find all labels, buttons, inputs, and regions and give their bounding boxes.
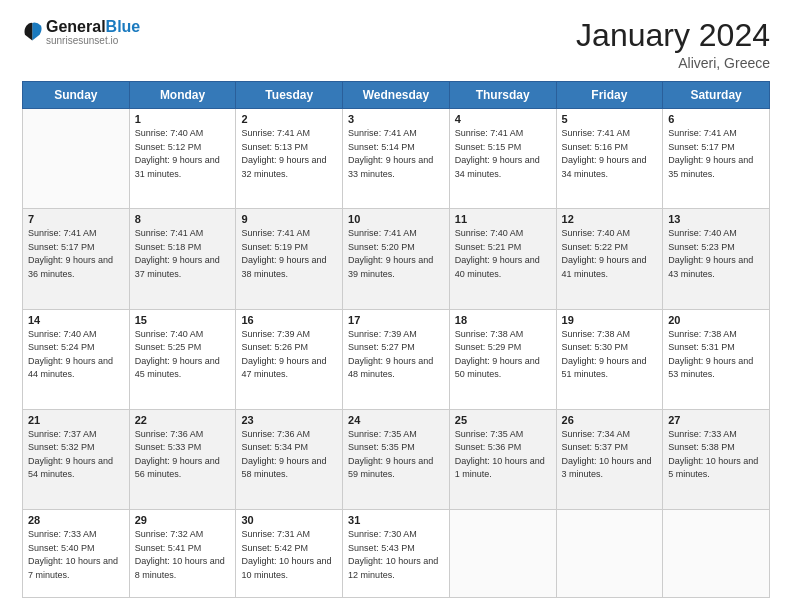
daylight-text: Daylight: 9 hours and 33 minutes. [348,154,444,181]
sunset-text: Sunset: 5:17 PM [28,241,124,255]
daylight-text: Daylight: 9 hours and 44 minutes. [28,355,124,382]
day-number: 24 [348,414,444,426]
sunset-text: Sunset: 5:13 PM [241,141,337,155]
calendar-week-row: 1 Sunrise: 7:40 AM Sunset: 5:12 PM Dayli… [23,109,770,209]
sunset-text: Sunset: 5:34 PM [241,441,337,455]
table-row: 29 Sunrise: 7:32 AM Sunset: 5:41 PM Dayl… [129,510,236,598]
day-info: Sunrise: 7:35 AM Sunset: 5:35 PM Dayligh… [348,428,444,482]
calendar-week-row: 14 Sunrise: 7:40 AM Sunset: 5:24 PM Dayl… [23,309,770,409]
table-row: 16 Sunrise: 7:39 AM Sunset: 5:26 PM Dayl… [236,309,343,409]
day-info: Sunrise: 7:41 AM Sunset: 5:18 PM Dayligh… [135,227,231,281]
table-row: 1 Sunrise: 7:40 AM Sunset: 5:12 PM Dayli… [129,109,236,209]
calendar-week-row: 7 Sunrise: 7:41 AM Sunset: 5:17 PM Dayli… [23,209,770,309]
day-number: 11 [455,213,551,225]
sunrise-text: Sunrise: 7:41 AM [135,227,231,241]
day-number: 30 [241,514,337,526]
table-row: 21 Sunrise: 7:37 AM Sunset: 5:32 PM Dayl… [23,409,130,509]
daylight-text: Daylight: 9 hours and 58 minutes. [241,455,337,482]
daylight-text: Daylight: 9 hours and 40 minutes. [455,254,551,281]
day-info: Sunrise: 7:41 AM Sunset: 5:19 PM Dayligh… [241,227,337,281]
sunrise-text: Sunrise: 7:41 AM [562,127,658,141]
sunrise-text: Sunrise: 7:41 AM [455,127,551,141]
table-row: 30 Sunrise: 7:31 AM Sunset: 5:42 PM Dayl… [236,510,343,598]
sunset-text: Sunset: 5:17 PM [668,141,764,155]
header-saturday: Saturday [663,82,770,109]
day-info: Sunrise: 7:40 AM Sunset: 5:21 PM Dayligh… [455,227,551,281]
header-sunday: Sunday [23,82,130,109]
sunrise-text: Sunrise: 7:30 AM [348,528,444,542]
table-row: 15 Sunrise: 7:40 AM Sunset: 5:25 PM Dayl… [129,309,236,409]
day-number: 12 [562,213,658,225]
sunset-text: Sunset: 5:21 PM [455,241,551,255]
logo-text: GeneralBlue sunrisesunset.io [46,18,140,46]
sunset-text: Sunset: 5:38 PM [668,441,764,455]
sunset-text: Sunset: 5:36 PM [455,441,551,455]
day-info: Sunrise: 7:41 AM Sunset: 5:15 PM Dayligh… [455,127,551,181]
table-row: 26 Sunrise: 7:34 AM Sunset: 5:37 PM Dayl… [556,409,663,509]
day-info: Sunrise: 7:35 AM Sunset: 5:36 PM Dayligh… [455,428,551,482]
daylight-text: Daylight: 10 hours and 3 minutes. [562,455,658,482]
day-number: 23 [241,414,337,426]
day-number: 5 [562,113,658,125]
logo-icon [22,20,44,42]
daylight-text: Daylight: 9 hours and 50 minutes. [455,355,551,382]
daylight-text: Daylight: 9 hours and 56 minutes. [135,455,231,482]
table-row: 13 Sunrise: 7:40 AM Sunset: 5:23 PM Dayl… [663,209,770,309]
sunset-text: Sunset: 5:16 PM [562,141,658,155]
sunrise-text: Sunrise: 7:33 AM [28,528,124,542]
day-info: Sunrise: 7:38 AM Sunset: 5:31 PM Dayligh… [668,328,764,382]
day-number: 7 [28,213,124,225]
daylight-text: Daylight: 10 hours and 5 minutes. [668,455,764,482]
day-info: Sunrise: 7:36 AM Sunset: 5:34 PM Dayligh… [241,428,337,482]
day-info: Sunrise: 7:41 AM Sunset: 5:14 PM Dayligh… [348,127,444,181]
weekday-header-row: Sunday Monday Tuesday Wednesday Thursday… [23,82,770,109]
sunset-text: Sunset: 5:23 PM [668,241,764,255]
title-block: January 2024 Aliveri, Greece [576,18,770,71]
table-row: 5 Sunrise: 7:41 AM Sunset: 5:16 PM Dayli… [556,109,663,209]
table-row: 6 Sunrise: 7:41 AM Sunset: 5:17 PM Dayli… [663,109,770,209]
daylight-text: Daylight: 9 hours and 32 minutes. [241,154,337,181]
table-row [449,510,556,598]
page: GeneralBlue sunrisesunset.io January 202… [0,0,792,612]
sunset-text: Sunset: 5:18 PM [135,241,231,255]
day-info: Sunrise: 7:41 AM Sunset: 5:16 PM Dayligh… [562,127,658,181]
sunrise-text: Sunrise: 7:38 AM [455,328,551,342]
table-row: 23 Sunrise: 7:36 AM Sunset: 5:34 PM Dayl… [236,409,343,509]
day-info: Sunrise: 7:33 AM Sunset: 5:40 PM Dayligh… [28,528,124,582]
daylight-text: Daylight: 10 hours and 12 minutes. [348,555,444,582]
sunset-text: Sunset: 5:43 PM [348,542,444,556]
sunrise-text: Sunrise: 7:39 AM [348,328,444,342]
sunrise-text: Sunrise: 7:41 AM [348,227,444,241]
sunset-text: Sunset: 5:35 PM [348,441,444,455]
sunrise-text: Sunrise: 7:40 AM [28,328,124,342]
table-row: 18 Sunrise: 7:38 AM Sunset: 5:29 PM Dayl… [449,309,556,409]
day-number: 29 [135,514,231,526]
daylight-text: Daylight: 10 hours and 7 minutes. [28,555,124,582]
sunset-text: Sunset: 5:26 PM [241,341,337,355]
table-row: 9 Sunrise: 7:41 AM Sunset: 5:19 PM Dayli… [236,209,343,309]
daylight-text: Daylight: 9 hours and 51 minutes. [562,355,658,382]
sunset-text: Sunset: 5:14 PM [348,141,444,155]
day-number: 10 [348,213,444,225]
sunset-text: Sunset: 5:32 PM [28,441,124,455]
sunrise-text: Sunrise: 7:38 AM [562,328,658,342]
day-number: 9 [241,213,337,225]
day-info: Sunrise: 7:39 AM Sunset: 5:27 PM Dayligh… [348,328,444,382]
day-info: Sunrise: 7:36 AM Sunset: 5:33 PM Dayligh… [135,428,231,482]
day-number: 18 [455,314,551,326]
sunset-text: Sunset: 5:24 PM [28,341,124,355]
day-number: 16 [241,314,337,326]
calendar-table: Sunday Monday Tuesday Wednesday Thursday… [22,81,770,598]
table-row: 4 Sunrise: 7:41 AM Sunset: 5:15 PM Dayli… [449,109,556,209]
sunrise-text: Sunrise: 7:41 AM [668,127,764,141]
table-row: 27 Sunrise: 7:33 AM Sunset: 5:38 PM Dayl… [663,409,770,509]
day-info: Sunrise: 7:34 AM Sunset: 5:37 PM Dayligh… [562,428,658,482]
table-row: 31 Sunrise: 7:30 AM Sunset: 5:43 PM Dayl… [343,510,450,598]
day-info: Sunrise: 7:40 AM Sunset: 5:22 PM Dayligh… [562,227,658,281]
sunrise-text: Sunrise: 7:36 AM [135,428,231,442]
daylight-text: Daylight: 10 hours and 10 minutes. [241,555,337,582]
table-row: 11 Sunrise: 7:40 AM Sunset: 5:21 PM Dayl… [449,209,556,309]
sunrise-text: Sunrise: 7:37 AM [28,428,124,442]
day-number: 22 [135,414,231,426]
header-thursday: Thursday [449,82,556,109]
